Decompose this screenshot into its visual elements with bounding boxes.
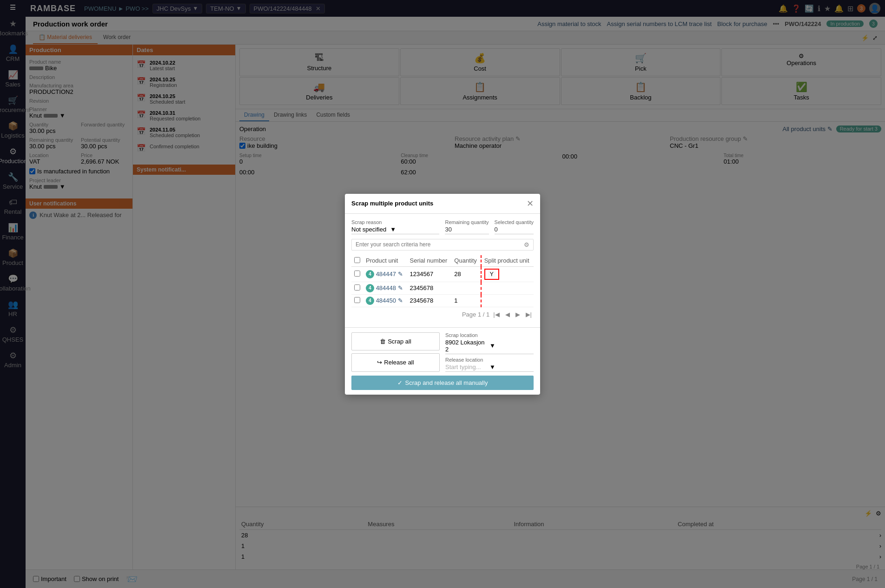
scrap-reason-select[interactable]: Not specified ▼ [351,226,439,234]
row1-serial: 1234567 [407,266,452,282]
row3-unit-id[interactable]: 484450 ✎ [376,297,403,304]
row2-serial: 2345678 [407,282,452,294]
modal-title: Scrap multiple product units [351,200,433,207]
search-input[interactable] [356,241,524,248]
row1-unit-id[interactable]: 484447 ✎ [376,270,403,277]
modal-overlay: Scrap multiple product units ✕ Scrap rea… [0,0,885,588]
release-location-select[interactable]: Start typing... ▼ [445,363,534,372]
row2-checkbox[interactable] [354,284,360,291]
remaining-qty-value: 30 [445,226,489,234]
release-location-col: Release location Start typing... ▼ [445,357,534,372]
scrap-release-manually-button[interactable]: ✓ Scrap and release all manually [351,376,534,390]
scrap-reason-value: Not specified [351,226,386,233]
modal-pagination: Page 1 / 1 |◀ ◀ ▶ ▶| [351,307,534,322]
row1-unit: 4 484447 ✎ [363,266,407,282]
page-last-btn[interactable]: ▶| [524,310,534,319]
release-location-dropdown-icon: ▼ [489,363,534,370]
selected-qty-value: 0 [495,226,534,234]
modal-footer: 🗑 Scrap all ↪ Release all Scrap location… [345,327,540,395]
row3-checkbox[interactable] [354,297,360,303]
row2-unit: 4 484448 ✎ [363,282,407,294]
row2-split [481,282,534,294]
locations-col: Scrap location 8902 Lokasjon 2 ▼ Release… [445,332,534,372]
row1-checkbox[interactable] [354,271,360,277]
search-settings-icon[interactable]: ⚙ [524,241,529,248]
release-icon: ↪ [377,359,382,366]
scrap-all-label: Scrap all [388,338,411,345]
scrap-release-label: Scrap and release all manually [405,379,488,386]
row2-qty [451,282,481,294]
row3-qty: 1 [451,294,481,307]
page-first-btn[interactable]: |◀ [491,310,501,319]
release-all-button[interactable]: ↪ Release all [351,353,440,372]
th-checkbox [351,255,363,267]
release-all-label: Release all [384,359,414,366]
product-units-modal-table: Product unit Serial number Quantity Spli… [351,255,534,307]
search-row: ⚙ [351,239,534,251]
row3-split [481,294,534,307]
scrap-all-button[interactable]: 🗑 Scrap all [351,332,440,351]
release-location-placeholder: Start typing... [445,363,489,370]
scrap-reason-dropdown-icon: ▼ [390,226,396,233]
th-product-unit: Product unit [363,255,407,267]
trash-icon: 🗑 [380,338,386,345]
row2-unit-icon: 4 [366,284,374,292]
checkmark-icon: ✓ [397,379,403,386]
modal-body: Scrap reason Not specified ▼ Remaining q… [345,214,540,327]
row3-unit: 4 484450 ✎ [363,294,407,307]
modal-header: Scrap multiple product units ✕ [345,194,540,214]
scrap-reason-group: Scrap reason Not specified ▼ [351,219,439,234]
selected-qty-label: Selected quantity [495,219,534,225]
scrap-location-select[interactable]: 8902 Lokasjon 2 ▼ [445,339,534,354]
th-quantity-modal: Quantity [451,255,481,267]
action-buttons-col: 🗑 Scrap all ↪ Release all [351,332,440,372]
release-location-label: Release location [445,357,534,363]
row3-serial: 2345678 [407,294,452,307]
remaining-qty-group: Remaining quantity 30 [445,219,489,234]
row3-checkbox-cell [351,294,363,307]
row3-unit-icon: 4 [366,297,374,305]
scrap-location-dropdown-icon: ▼ [489,342,534,349]
split-button-1[interactable]: Y [488,271,495,278]
scrap-location-value: 8902 Lokasjon 2 [445,339,489,353]
select-all-checkbox[interactable] [354,257,360,263]
pagination-text: Page 1 / 1 [462,311,489,318]
row2-unit-id[interactable]: 484448 ✎ [376,284,403,291]
th-split-product-unit: Split product unit [481,255,534,267]
modal-close-button[interactable]: ✕ [527,198,534,209]
selected-qty-group: Selected quantity 0 [495,219,534,234]
scrap-location-col: Scrap location 8902 Lokasjon 2 ▼ [445,332,534,354]
page-next-btn[interactable]: ▶ [514,310,522,319]
table-row: 4 484447 ✎ 1234567 28 Y [351,266,534,282]
row1-split: Y [481,266,534,282]
scrap-modal: Scrap multiple product units ✕ Scrap rea… [345,194,540,395]
footer-locations-row: 🗑 Scrap all ↪ Release all Scrap location… [351,332,534,372]
table-row: 4 484450 ✎ 2345678 1 [351,294,534,307]
table-row: 4 484448 ✎ 2345678 [351,282,534,294]
page-prev-btn[interactable]: ◀ [503,310,512,319]
row1-checkbox-cell [351,266,363,282]
modal-form-row: Scrap reason Not specified ▼ Remaining q… [351,219,534,234]
remaining-qty-label: Remaining quantity [445,219,489,225]
scrap-reason-label: Scrap reason [351,219,439,225]
row2-checkbox-cell [351,282,363,294]
row1-unit-icon: 4 [366,270,374,278]
row1-qty: 28 [451,266,481,282]
scrap-location-label: Scrap location [445,332,534,338]
split-btn-container: Y [484,269,499,280]
th-serial-number: Serial number [407,255,452,267]
